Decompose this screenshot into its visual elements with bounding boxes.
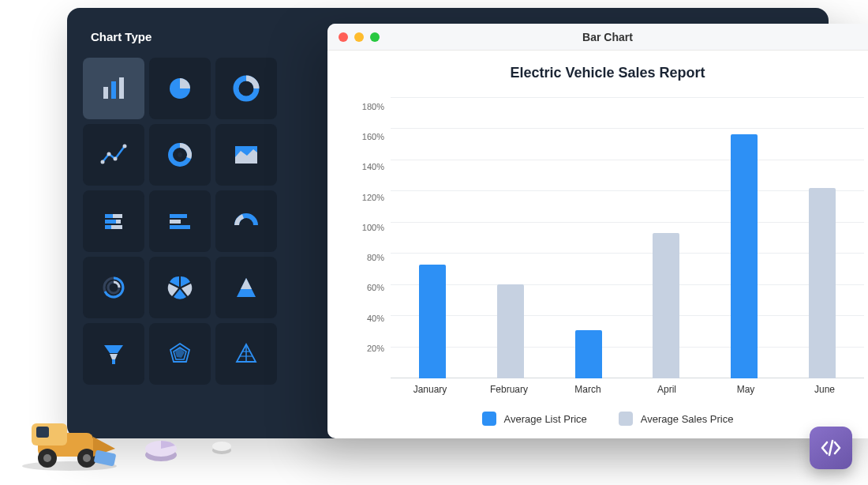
legend-label-primary: Average List Price bbox=[504, 413, 587, 425]
svg-rect-16 bbox=[116, 220, 121, 224]
legend-label-secondary: Average Sales Price bbox=[641, 413, 734, 425]
area-chart-icon[interactable] bbox=[215, 124, 277, 186]
radial-bar-icon[interactable] bbox=[83, 257, 144, 318]
chart-plot: 180%160%140%120%100%80%60%40%20% January… bbox=[351, 97, 864, 400]
window-titlebar: Bar Chart bbox=[327, 24, 868, 51]
wireframe-pyramid-icon[interactable] bbox=[215, 323, 277, 385]
x-tick: May bbox=[718, 384, 773, 395]
preview-window: Bar Chart Electric Vehicle Sales Report … bbox=[327, 24, 868, 438]
svg-rect-1 bbox=[111, 81, 116, 99]
decor-pie-icon bbox=[142, 428, 180, 466]
svg-rect-15 bbox=[105, 220, 116, 224]
bar-secondary bbox=[809, 188, 836, 378]
svg-point-8 bbox=[123, 145, 127, 149]
ring-chart-icon[interactable] bbox=[149, 124, 211, 186]
y-tick: 160% bbox=[351, 132, 391, 141]
y-tick: 60% bbox=[351, 283, 391, 292]
y-tick: 180% bbox=[351, 102, 391, 111]
bar-group bbox=[809, 97, 836, 378]
line-chart-icon[interactable] bbox=[83, 124, 144, 186]
bar-group bbox=[653, 97, 679, 378]
svg-marker-25 bbox=[241, 278, 252, 289]
svg-rect-18 bbox=[111, 225, 122, 229]
window-controls bbox=[339, 32, 380, 42]
stacked-bar-h-icon[interactable] bbox=[83, 190, 144, 252]
y-tick: 40% bbox=[351, 314, 391, 323]
svg-point-7 bbox=[114, 157, 118, 161]
x-tick: February bbox=[481, 384, 537, 395]
broken-pie-icon[interactable] bbox=[149, 257, 211, 318]
y-tick: 80% bbox=[351, 253, 391, 262]
svg-point-39 bbox=[212, 442, 231, 451]
svg-rect-20 bbox=[170, 220, 181, 224]
svg-point-47 bbox=[83, 454, 91, 462]
svg-marker-27 bbox=[110, 354, 118, 359]
donut-chart-icon[interactable] bbox=[215, 58, 277, 119]
svg-rect-17 bbox=[105, 225, 111, 229]
x-tick: January bbox=[402, 384, 458, 395]
code-badge-icon bbox=[810, 427, 852, 469]
minimize-icon[interactable] bbox=[354, 32, 364, 42]
plot-area: JanuaryFebruaryMarchAprilMayJune bbox=[391, 97, 864, 400]
x-tick: April bbox=[639, 384, 694, 395]
x-axis: JanuaryFebruaryMarchAprilMayJune bbox=[391, 378, 864, 400]
svg-point-10 bbox=[178, 152, 182, 157]
bar-group bbox=[731, 97, 758, 378]
gauge-chart-icon[interactable] bbox=[215, 190, 277, 252]
bar-chart-icon[interactable] bbox=[83, 58, 144, 119]
x-tick: March bbox=[560, 384, 615, 395]
radar-chart-icon[interactable] bbox=[149, 323, 211, 385]
legend-item-secondary: Average Sales Price bbox=[619, 412, 734, 426]
svg-rect-43 bbox=[36, 427, 49, 438]
svg-rect-2 bbox=[119, 77, 124, 99]
y-tick: 140% bbox=[351, 162, 391, 171]
legend-item-primary: Average List Price bbox=[482, 412, 587, 426]
window-title: Bar Chart bbox=[327, 31, 868, 43]
bar-primary bbox=[731, 134, 758, 378]
close-icon[interactable] bbox=[339, 32, 348, 42]
y-tick: 120% bbox=[351, 193, 391, 202]
bar-group bbox=[419, 97, 446, 378]
bar-group bbox=[497, 97, 524, 378]
funnel-chart-icon[interactable] bbox=[83, 323, 144, 385]
pyramid-chart-icon[interactable] bbox=[215, 257, 277, 318]
y-axis: 180%160%140%120%100%80%60%40%20% bbox=[351, 97, 391, 400]
legend: Average List Price Average Sales Price bbox=[351, 412, 864, 426]
svg-point-5 bbox=[101, 160, 105, 164]
bar-primary bbox=[419, 265, 446, 378]
x-tick: June bbox=[797, 384, 852, 395]
bars-container bbox=[391, 97, 864, 378]
svg-marker-26 bbox=[104, 345, 123, 353]
svg-point-45 bbox=[43, 454, 51, 462]
maximize-icon[interactable] bbox=[370, 32, 380, 42]
legend-swatch-secondary bbox=[619, 412, 633, 426]
y-tick: 20% bbox=[351, 344, 391, 353]
legend-swatch-primary bbox=[482, 412, 496, 426]
sidebar: Chart Type bbox=[67, 8, 292, 438]
bar-primary bbox=[575, 330, 602, 378]
pie-chart-icon[interactable] bbox=[149, 58, 211, 119]
bar-secondary bbox=[653, 233, 679, 378]
y-tick: 100% bbox=[351, 223, 391, 232]
chart-title: Electric Vehicle Sales Report bbox=[351, 65, 864, 81]
window-body: Electric Vehicle Sales Report 180%160%14… bbox=[327, 51, 868, 438]
horizontal-bar-icon[interactable] bbox=[149, 190, 211, 252]
decor-pie-small-icon bbox=[210, 434, 234, 458]
app-card: Chart Type bbox=[67, 8, 829, 438]
svg-rect-19 bbox=[170, 214, 187, 218]
chart-type-grid bbox=[83, 58, 276, 385]
svg-rect-13 bbox=[105, 214, 113, 218]
svg-point-6 bbox=[107, 152, 111, 156]
svg-rect-14 bbox=[113, 214, 122, 218]
svg-rect-28 bbox=[112, 359, 115, 364]
bar-group bbox=[575, 97, 602, 378]
sidebar-title: Chart Type bbox=[91, 30, 276, 43]
svg-rect-21 bbox=[170, 225, 190, 229]
bar-secondary bbox=[497, 284, 524, 378]
decor-vehicle-icon bbox=[14, 401, 125, 472]
svg-rect-0 bbox=[103, 87, 108, 99]
